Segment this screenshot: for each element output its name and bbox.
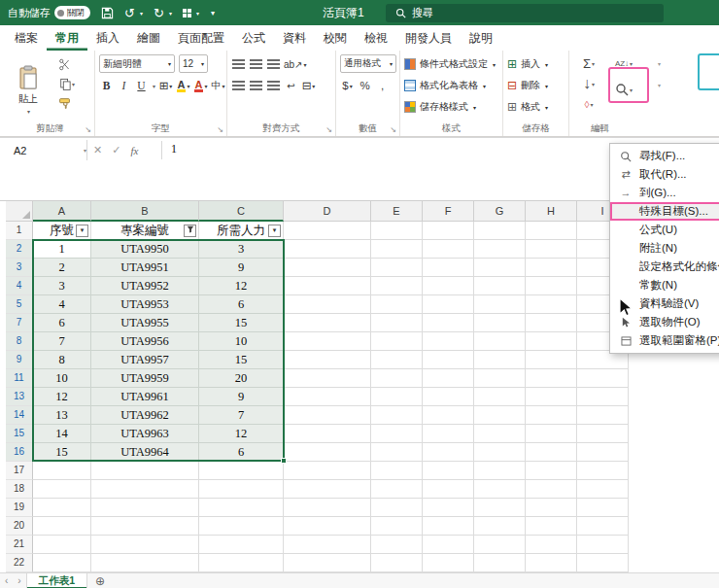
cell-serial[interactable]: 1 <box>33 240 91 259</box>
sheet-nav-left-icon[interactable]: ‹ <box>0 575 13 586</box>
cell-empty[interactable] <box>526 295 577 314</box>
font-size-select[interactable]: 12▾ <box>179 54 208 73</box>
cell-empty[interactable] <box>526 277 577 295</box>
cell-serial[interactable]: 15 <box>33 443 91 462</box>
align-top-button[interactable] <box>231 55 246 73</box>
accounting-format-button[interactable]: $▾ <box>340 77 355 94</box>
cell-empty[interactable] <box>284 480 371 499</box>
column-header-h[interactable]: H <box>526 201 577 222</box>
row-header[interactable]: 7 <box>6 314 33 332</box>
tab-developer[interactable]: 開發人員 <box>396 25 461 51</box>
sort-filter-button[interactable]: AZ↓▾ <box>608 54 639 72</box>
cell-empty[interactable] <box>284 406 371 425</box>
cell-empty[interactable] <box>423 443 474 462</box>
cell-empty[interactable] <box>371 369 423 388</box>
save-button[interactable] <box>101 0 114 25</box>
merge-center-button[interactable]: ⊟▾ <box>301 77 316 94</box>
cell-empty[interactable] <box>284 277 371 295</box>
header-cell-b1[interactable]: 專案編號 <box>91 222 199 240</box>
autosum-button[interactable]: Σ▾ <box>574 54 603 72</box>
row-header[interactable]: 17 <box>6 462 33 480</box>
cell-empty[interactable] <box>474 351 526 369</box>
cell-project-id[interactable]: UTA9950 <box>91 240 199 259</box>
cell-empty[interactable] <box>474 222 526 240</box>
undo-button[interactable]: ↺▾ <box>124 0 143 25</box>
cell-serial[interactable]: 13 <box>33 406 91 425</box>
column-header-c[interactable]: C <box>199 201 284 222</box>
row-header[interactable]: 13 <box>6 388 33 406</box>
cell-empty[interactable] <box>423 332 474 351</box>
cell-empty[interactable] <box>423 554 474 572</box>
cell-empty[interactable] <box>371 240 423 259</box>
insert-function-button[interactable]: fx <box>130 145 138 156</box>
cell-headcount[interactable]: 9 <box>199 259 284 277</box>
bold-button[interactable]: B <box>99 77 114 94</box>
fill-handle[interactable] <box>281 458 287 464</box>
cell-headcount[interactable]: 7 <box>199 406 284 425</box>
cell-empty[interactable] <box>371 332 423 351</box>
row-header[interactable]: 11 <box>6 369 33 388</box>
cell-empty[interactable] <box>423 406 474 425</box>
cell-project-id[interactable]: UTA9957 <box>91 351 199 369</box>
cell-empty[interactable] <box>423 295 474 314</box>
cell-empty[interactable] <box>284 240 371 259</box>
row-header[interactable]: 9 <box>6 351 33 369</box>
menu-item-conditional-formatting[interactable]: 設定格式化的條件(C) <box>610 258 719 276</box>
cell-empty[interactable] <box>526 425 577 443</box>
row-header[interactable]: 5 <box>6 295 33 314</box>
align-right-button[interactable] <box>266 77 281 94</box>
fill-color-button[interactable]: A▾ <box>176 77 190 94</box>
cell-empty[interactable] <box>423 425 474 443</box>
cell-empty[interactable] <box>284 425 371 443</box>
cell-empty[interactable] <box>526 536 577 554</box>
cell-empty[interactable] <box>423 314 474 332</box>
cell-headcount[interactable]: 12 <box>199 425 284 443</box>
tab-view[interactable]: 檢視 <box>356 25 396 51</box>
cell-empty[interactable] <box>577 554 629 572</box>
cell-empty[interactable] <box>284 295 371 314</box>
column-header-a[interactable]: A <box>33 201 91 222</box>
number-format-select[interactable]: 通用格式▾ <box>340 54 396 73</box>
cell-empty[interactable] <box>199 554 284 572</box>
row-header[interactable]: 1 <box>6 222 33 240</box>
format-as-table-button[interactable]: 格式化為表格▾ <box>404 77 486 94</box>
cell-empty[interactable] <box>33 536 91 554</box>
cell-empty[interactable] <box>526 259 577 277</box>
cell-empty[interactable] <box>474 295 526 314</box>
phonetic-guide-button[interactable]: 中▾ <box>211 77 225 94</box>
cell-empty[interactable] <box>371 314 423 332</box>
cell-empty[interactable] <box>474 332 526 351</box>
tab-insert[interactable]: 插入 <box>87 25 128 51</box>
cell-empty[interactable] <box>526 480 577 499</box>
cell-empty[interactable] <box>577 388 629 406</box>
cell-empty[interactable] <box>284 462 371 480</box>
cell-empty[interactable] <box>91 480 199 499</box>
cell-headcount[interactable]: 15 <box>199 351 284 369</box>
cell-empty[interactable] <box>577 536 629 554</box>
delete-cells-button[interactable]: ⊟刪除▾ <box>507 77 548 94</box>
cell-empty[interactable] <box>284 332 371 351</box>
cell-empty[interactable] <box>526 499 577 517</box>
cell-serial[interactable]: 6 <box>33 314 91 332</box>
cell-empty[interactable] <box>284 517 371 536</box>
row-header[interactable]: 3 <box>6 259 33 277</box>
tab-formulas[interactable]: 公式 <box>233 25 274 51</box>
cell-empty[interactable] <box>526 351 577 369</box>
cell-empty[interactable] <box>91 499 199 517</box>
cell-empty[interactable] <box>33 462 91 480</box>
search-input[interactable]: 搜尋 <box>386 4 664 22</box>
cell-empty[interactable] <box>284 443 371 462</box>
cell-empty[interactable] <box>474 259 526 277</box>
cell-empty[interactable] <box>526 240 577 259</box>
font-name-select[interactable]: 新細明體▾ <box>99 54 175 73</box>
cell-empty[interactable] <box>577 406 629 425</box>
filter-dropdown-button[interactable]: ▾ <box>268 225 281 237</box>
row-header[interactable]: 4 <box>6 277 33 295</box>
cell-project-id[interactable]: UTA9959 <box>91 369 199 388</box>
quick-access-overflow-button[interactable]: ▾ <box>210 0 215 25</box>
cell-empty[interactable] <box>423 536 474 554</box>
column-header-f[interactable]: F <box>423 201 474 222</box>
cell-project-id[interactable]: UTA9964 <box>91 443 199 462</box>
tab-help[interactable]: 說明 <box>461 25 501 51</box>
sheet-nav-right-icon[interactable]: › <box>13 575 25 586</box>
